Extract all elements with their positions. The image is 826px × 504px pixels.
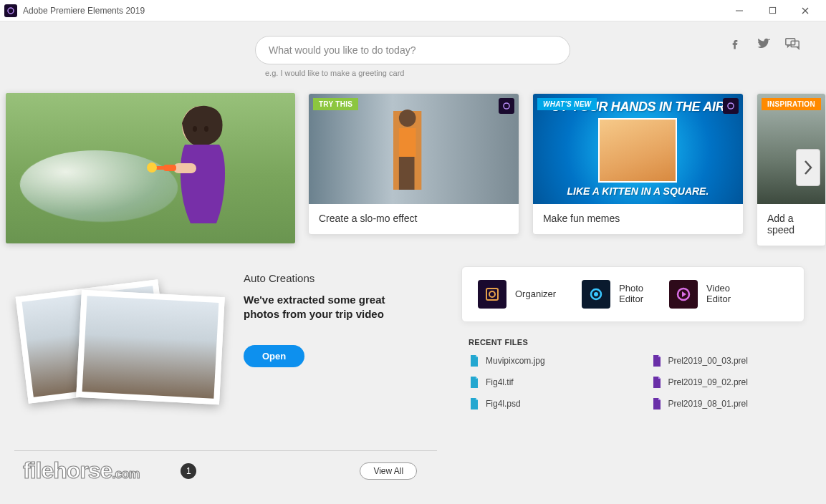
photo-editor-icon xyxy=(582,280,610,309)
hero-image xyxy=(6,93,295,243)
slomo-label: Create a slo-mo effect xyxy=(309,204,519,234)
svg-rect-15 xyxy=(393,111,421,190)
feedback-icon[interactable] xyxy=(784,36,800,52)
open-button[interactable]: Open xyxy=(244,345,304,367)
recent-file[interactable]: Prel2019_09_02.prel xyxy=(651,377,805,388)
jpg-file-icon xyxy=(469,355,480,367)
search-input[interactable] xyxy=(255,36,570,64)
svg-rect-17 xyxy=(399,128,416,157)
twitter-icon[interactable] xyxy=(756,36,772,52)
slomo-card[interactable]: TRY THIS Create a slo-mo effect xyxy=(308,93,519,235)
video-editor-launcher[interactable]: VideoEditor xyxy=(669,280,731,309)
organizer-icon xyxy=(478,280,506,309)
svg-marker-25 xyxy=(682,291,686,297)
organizer-launcher[interactable]: Organizer xyxy=(478,280,556,309)
maximize-button[interactable] xyxy=(756,0,789,21)
premiere-logo-icon xyxy=(723,98,739,114)
carousel-next-button[interactable] xyxy=(796,149,820,186)
meme-bottom-text: LIKE A KITTEN IN A SQUARE. xyxy=(567,185,709,197)
organizer-label: Organizer xyxy=(515,289,556,300)
svg-rect-10 xyxy=(173,163,196,173)
svg-point-14 xyxy=(504,103,509,109)
auto-heading: Auto Creations xyxy=(244,272,394,284)
app-title: Adobe Premiere Elements 2019 xyxy=(23,6,723,16)
close-button[interactable] xyxy=(789,0,822,21)
svg-point-9 xyxy=(204,126,208,132)
svg-point-19 xyxy=(728,103,734,109)
video-editor-label: VideoEditor xyxy=(706,284,731,305)
svg-point-23 xyxy=(594,292,598,296)
meme-cat-image xyxy=(598,118,677,183)
recent-file[interactable]: Fig4l.tif xyxy=(469,377,623,388)
view-all-button[interactable]: View All xyxy=(360,462,417,480)
inspiration-badge: INSPIRATION xyxy=(762,98,821,110)
svg-rect-6 xyxy=(791,41,799,47)
svg-point-8 xyxy=(193,126,197,132)
speed-label: Add a speed xyxy=(757,204,825,246)
recent-file[interactable]: Muvipixcom.jpg xyxy=(469,355,623,367)
social-icons xyxy=(727,36,800,52)
svg-line-3 xyxy=(802,8,808,14)
premiere-logo-icon xyxy=(499,98,514,114)
recent-files-heading: RECENT FILES xyxy=(469,338,805,346)
recent-file[interactable]: Prel2019_08_01.prel xyxy=(651,398,805,410)
minimize-button[interactable] xyxy=(723,0,756,21)
watermark: filehorse.com xyxy=(14,457,139,484)
svg-point-7 xyxy=(182,106,219,146)
hero-card[interactable] xyxy=(6,93,295,243)
divider xyxy=(14,450,437,451)
search-hint: e.g. I would like to make a greeting car… xyxy=(265,69,570,77)
auto-creations: Auto Creations We've extracted some grea… xyxy=(10,266,440,424)
psd-file-icon xyxy=(469,398,480,410)
memes-image: WHAT'S NEW UT YOUR HANDS IN THE AIR LIKE… xyxy=(533,94,743,204)
right-column: Organizer PhotoEditor VideoEditor xyxy=(461,266,805,424)
photo-editor-label: PhotoEditor xyxy=(619,284,643,305)
tif-file-icon xyxy=(469,377,480,388)
try-this-badge: TRY THIS xyxy=(313,98,358,110)
launchers: Organizer PhotoEditor VideoEditor xyxy=(461,266,805,322)
titlebar: Adobe Premiere Elements 2019 xyxy=(0,0,826,21)
carousel: TRY THIS Create a slo-mo effect WHAT'S N… xyxy=(0,77,826,246)
lower-section: Auto Creations We've extracted some grea… xyxy=(0,246,826,424)
prel-file-icon xyxy=(651,377,663,388)
slomo-image: TRY THIS xyxy=(309,94,519,204)
svg-line-4 xyxy=(802,8,808,14)
search-row: e.g. I would like to make a greeting car… xyxy=(0,21,826,77)
prel-file-icon xyxy=(651,355,663,367)
svg-point-0 xyxy=(8,8,14,14)
svg-rect-5 xyxy=(786,39,795,45)
photo-editor-launcher[interactable]: PhotoEditor xyxy=(582,280,643,309)
svg-rect-20 xyxy=(486,289,498,300)
auto-blurb: We've extracted some great photos from y… xyxy=(244,293,394,322)
svg-rect-2 xyxy=(769,7,775,13)
svg-point-24 xyxy=(678,289,689,300)
app-icon xyxy=(4,4,17,17)
recent-files: RECENT FILES Muvipixcom.jpg Prel2019_00_… xyxy=(461,338,805,410)
photo-stack[interactable] xyxy=(10,266,225,424)
svg-point-16 xyxy=(399,110,416,127)
video-editor-icon xyxy=(669,280,698,309)
recent-file[interactable]: Prel2019_00_03.prel xyxy=(651,355,805,367)
window-controls xyxy=(723,0,822,21)
memes-label: Make fun memes xyxy=(533,204,743,234)
recent-file[interactable]: Fig4l.psd xyxy=(469,398,623,410)
whats-new-badge: WHAT'S NEW xyxy=(537,98,597,110)
memes-card[interactable]: WHAT'S NEW UT YOUR HANDS IN THE AIR LIKE… xyxy=(532,93,744,235)
svg-point-22 xyxy=(591,289,601,299)
bottom-row: filehorse.com 1 View All xyxy=(14,457,826,484)
prel-file-icon xyxy=(651,398,663,410)
svg-point-21 xyxy=(489,291,495,297)
svg-rect-18 xyxy=(399,157,415,190)
facebook-icon[interactable] xyxy=(727,36,743,52)
page-indicator[interactable]: 1 xyxy=(181,463,196,479)
